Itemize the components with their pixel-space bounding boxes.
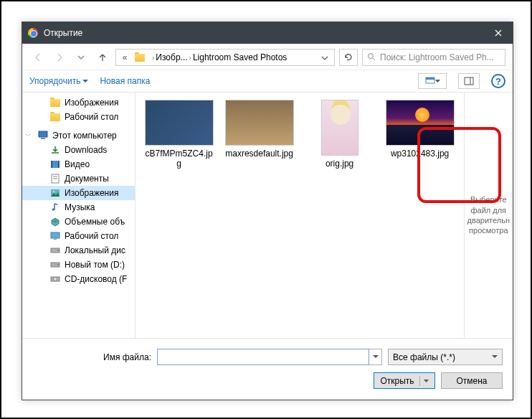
- svg-point-0: [369, 53, 374, 58]
- file-list[interactable]: cB7fMPm5ZC4.jpgmaxresdefault.jpgorig.jpg…: [136, 93, 464, 338]
- sidebar: ИзображенияРабочий стол﹀Этот компьютерDo…: [22, 93, 136, 338]
- drive-icon: [49, 260, 61, 270]
- sidebar-item-label: Этот компьютер: [52, 131, 117, 141]
- file-name-label: wp3102483.jpg: [391, 149, 449, 159]
- svg-rect-16: [51, 232, 60, 238]
- close-button[interactable]: [484, 22, 513, 44]
- new-folder-button[interactable]: Новая папка: [100, 76, 150, 86]
- cancel-button[interactable]: Отмена: [441, 372, 503, 389]
- titlebar: Открытие: [22, 22, 513, 44]
- search-icon: [367, 52, 376, 63]
- svg-rect-9: [58, 161, 60, 168]
- file-name-label: maxresdefault.jpg: [225, 149, 293, 159]
- file-thumbnail: [386, 100, 455, 146]
- filename-input[interactable]: [157, 349, 369, 365]
- music-icon: [49, 202, 61, 212]
- file-item[interactable]: wp3102483.jpg: [384, 100, 457, 159]
- sidebar-item-images[interactable]: Изображения: [22, 186, 135, 200]
- sidebar-item-label: Видео: [65, 159, 90, 169]
- file-thumbnail: [145, 100, 214, 146]
- svg-point-23: [54, 278, 57, 281]
- sidebar-item-label: Локальный дис: [65, 245, 125, 255]
- sidebar-item-label: Объемные объ: [65, 217, 125, 227]
- pc-icon: [37, 131, 49, 141]
- svg-point-14: [53, 191, 55, 193]
- sidebar-item-folder[interactable]: Изображения: [22, 95, 135, 110]
- cd-icon: [49, 274, 61, 284]
- drive-icon: [49, 245, 61, 255]
- chevron-right-icon: ›: [189, 54, 191, 62]
- file-item[interactable]: maxresdefault.jpg: [223, 100, 296, 159]
- svg-rect-5: [39, 131, 47, 137]
- toolbar: Упорядочить Новая папка ?: [22, 70, 513, 93]
- filter-select[interactable]: Все файлы (*.*): [388, 349, 503, 365]
- sidebar-item-video[interactable]: Видео: [22, 157, 135, 171]
- file-item[interactable]: cB7fMPm5ZC4.jpg: [143, 100, 216, 169]
- view-mode-button[interactable]: [418, 73, 447, 89]
- sidebar-item-label: Рабочий стол: [65, 231, 118, 241]
- sidebar-item-folder[interactable]: Рабочий стол: [22, 110, 135, 124]
- sidebar-item-label: CD-дисковод (F: [65, 274, 127, 284]
- nav-forward-button[interactable]: [51, 49, 68, 66]
- navbar: « › Изобр... › Lightroom Saved Photos По…: [22, 44, 513, 70]
- nav-up-button[interactable]: [94, 49, 111, 66]
- file-thumbnail: [225, 100, 294, 146]
- file-open-dialog: Открытие « › Изобр... › Lightroom Saved …: [22, 22, 513, 400]
- help-button[interactable]: ?: [491, 74, 505, 88]
- expand-icon[interactable]: ﹀: [25, 131, 34, 141]
- sidebar-item-label: Изображения: [65, 188, 118, 198]
- sidebar-item-downloads[interactable]: Downloads: [22, 143, 135, 157]
- sidebar-item-docs[interactable]: Документы: [22, 171, 135, 186]
- sidebar-item-music[interactable]: Музыка: [22, 200, 135, 215]
- sidebar-item-label: Новый том (D:): [65, 260, 125, 270]
- sidebar-item-label: Рабочий стол: [65, 112, 118, 122]
- breadcrumb-part[interactable]: Lightroom Saved Photos: [193, 52, 287, 62]
- folder-icon: [135, 52, 148, 62]
- sidebar-item-drive[interactable]: Локальный дис: [22, 243, 135, 258]
- folder-icon: [49, 98, 61, 108]
- search-input[interactable]: Поиск: Lightroom Saved Ph...: [362, 49, 505, 66]
- sidebar-item-3d[interactable]: Объемные объ: [22, 215, 135, 229]
- preview-pane-button[interactable]: [458, 73, 480, 89]
- 3d-icon: [49, 217, 61, 227]
- breadcrumb-dropdown[interactable]: [317, 52, 333, 62]
- svg-rect-2: [426, 77, 434, 80]
- svg-rect-8: [51, 161, 52, 168]
- folder-icon: [49, 112, 61, 122]
- bottom-panel: Имя файла: Все файлы (*.*) Открыть Отмен…: [22, 338, 513, 399]
- chevron-right-icon: ›: [152, 54, 154, 62]
- preview-pane: Выберите файл для дварительн просмотра: [464, 93, 513, 338]
- sidebar-item-label: Документы: [65, 174, 109, 184]
- svg-point-15: [52, 209, 55, 211]
- filename-label: Имя файла:: [51, 352, 151, 362]
- window-title: Открытие: [44, 28, 484, 38]
- breadcrumb-part[interactable]: Изобр...: [156, 52, 187, 62]
- sidebar-item-desktop[interactable]: Рабочий стол: [22, 229, 135, 243]
- sidebar-item-label: Музыка: [65, 202, 95, 212]
- refresh-button[interactable]: [339, 49, 358, 66]
- sidebar-item-label: Изображения: [65, 98, 118, 108]
- sidebar-item-cd[interactable]: CD-дисковод (F: [22, 272, 135, 286]
- file-item[interactable]: orig.jpg: [303, 100, 376, 169]
- file-thumbnail: [321, 100, 358, 156]
- search-placeholder: Поиск: Lightroom Saved Ph...: [380, 52, 494, 62]
- svg-rect-17: [54, 239, 57, 240]
- breadcrumb[interactable]: « › Изобр... › Lightroom Saved Photos: [115, 49, 335, 66]
- video-icon: [49, 159, 61, 169]
- sidebar-item-pc[interactable]: ﹀Этот компьютер: [22, 128, 135, 143]
- nav-recent-button[interactable]: [72, 49, 90, 66]
- docs-icon: [49, 174, 61, 184]
- organize-button[interactable]: Упорядочить: [29, 76, 88, 86]
- svg-rect-6: [41, 138, 45, 139]
- sidebar-item-drive[interactable]: Новый том (D:): [22, 258, 135, 272]
- svg-rect-3: [465, 77, 473, 85]
- svg-point-19: [57, 250, 59, 251]
- nav-back-button[interactable]: [29, 49, 47, 66]
- images-icon: [49, 188, 61, 198]
- file-name-label: cB7fMPm5ZC4.jpg: [143, 149, 215, 169]
- downloads-icon: [49, 145, 61, 155]
- desktop-icon: [49, 231, 61, 241]
- filename-dropdown[interactable]: [369, 349, 382, 365]
- svg-point-21: [57, 264, 59, 265]
- open-button[interactable]: Открыть: [374, 372, 435, 389]
